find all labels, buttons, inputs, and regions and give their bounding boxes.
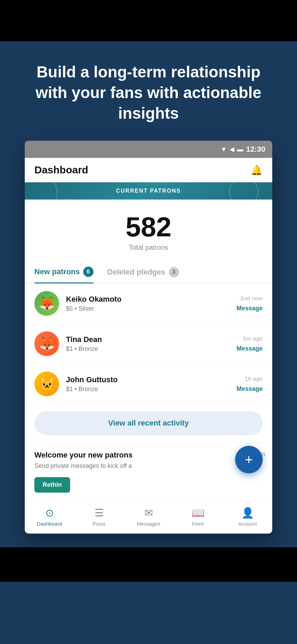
signal-icon: ◀ [230,146,234,153]
message-button-tina[interactable]: Message [236,345,263,352]
tab-deleted-pledges-label: Deleted pledges [107,268,165,277]
nav-feed[interactable]: 📖 Feed [173,507,223,527]
patrons-banner: CURRENT PATRONS [25,182,272,200]
bell-icon[interactable]: 🔔 [251,164,263,176]
patron-meta-john: 1h ago Message [236,376,263,393]
message-button-john[interactable]: Message [236,385,263,393]
patron-name: Tina Dean [66,335,230,344]
patron-list: 🦊 Keiko Okamoto $5 • Silver Just now Mes… [25,283,272,404]
patron-label: Total patrons [32,244,265,251]
nav-messages[interactable]: ✉ Messages [124,507,173,527]
feed-label: Feed [192,521,204,527]
patron-item: 🐱 John Guttusto $1 • Bronze 1h ago Messa… [25,364,272,404]
patron-name: John Guttusto [66,375,230,384]
tab-deleted-pledges[interactable]: Deleted pledges 3 [107,267,179,283]
wifi-icon: ▼ [221,146,227,153]
tabs-section: New patrons 6 Deleted pledges 3 [25,258,272,283]
battery-icon: ▬ [237,146,243,153]
fab-button[interactable]: + [235,446,263,473]
dashboard-label: Dashboard [37,521,62,527]
welcome-title: Welcome your new patrons [34,451,263,460]
teal-action-button[interactable]: Rethin [34,477,70,493]
hero-title: Build a long-term relationship with your… [21,62,276,124]
top-black-bar [0,0,297,41]
bottom-black-bar [0,547,297,582]
hero-section: Build a long-term relationship with your… [0,41,297,141]
posts-icon: ☰ [95,507,104,519]
account-label: Account [238,521,257,527]
patron-info-keiko: Keiko Okamoto $5 • Silver [66,295,230,312]
feed-icon: 📖 [192,507,205,519]
avatar-john: 🐱 [34,372,59,396]
patron-time: 5m ago [243,335,263,342]
patron-tier: $1 • Bronze [66,386,230,393]
patron-item: 🦊 Tina Dean $1 • Bronze 5m ago Message [25,324,272,364]
stats-section: 582 Total patrons [25,200,272,258]
message-button-keiko[interactable]: Message [236,305,263,312]
view-all-text: View all recent activity [108,419,189,427]
welcome-subtitle: Send private messages to kick off a [34,462,263,470]
account-icon: 👤 [241,507,254,519]
messages-icon: ✉ [144,507,153,519]
patron-item: 🦊 Keiko Okamoto $5 • Silver Just now Mes… [25,283,272,324]
avatar-keiko: 🦊 [34,291,59,316]
dashboard-icon: ⊙ [45,507,54,519]
patron-time: 1h ago [245,376,263,383]
nav-posts[interactable]: ☰ Posts [74,507,124,527]
messages-label: Messages [137,521,160,527]
patron-info-tina: Tina Dean $1 • Bronze [66,335,230,353]
status-bar: ▼ ◀ ▬ 12:30 [25,141,272,158]
view-all-button[interactable]: View all recent activity [34,411,263,435]
phone-frame: ▼ ◀ ▬ 12:30 Dashboard 🔔 CURRENT PATRONS … [25,141,272,534]
nav-account[interactable]: 👤 Account [223,507,272,527]
patron-tier: $5 • Silver [66,305,230,312]
patron-meta-tina: 5m ago Message [236,335,263,352]
patron-name: Keiko Okamoto [66,295,230,304]
status-time: 12:30 [246,145,265,154]
new-patrons-badge: 6 [83,267,94,277]
patron-time: Just now [240,295,263,302]
patron-count: 582 [32,213,265,241]
welcome-section: Welcome your new patrons Send private me… [25,442,272,501]
fab-plus-icon: + [245,452,253,468]
tab-new-patrons[interactable]: New patrons 6 [34,267,94,283]
app-header: Dashboard 🔔 [25,158,272,182]
app-title: Dashboard [34,164,88,176]
patron-meta-keiko: Just now Message [236,295,263,312]
patron-info-john: John Guttusto $1 • Bronze [66,375,230,393]
posts-label: Posts [92,521,106,527]
phone-wrapper: ▼ ◀ ▬ 12:30 Dashboard 🔔 CURRENT PATRONS … [0,141,297,547]
patron-tier: $1 • Bronze [66,345,230,353]
avatar-tina: 🦊 [34,331,59,356]
nav-dashboard[interactable]: ⊙ Dashboard [25,507,74,527]
tab-new-patrons-label: New patrons [34,267,80,276]
banner-text: CURRENT PATRONS [116,188,181,194]
bottom-nav: ⊙ Dashboard ☰ Posts ✉ Messages 📖 Feed 👤 … [25,501,272,534]
deleted-pledges-badge: 3 [169,267,179,277]
